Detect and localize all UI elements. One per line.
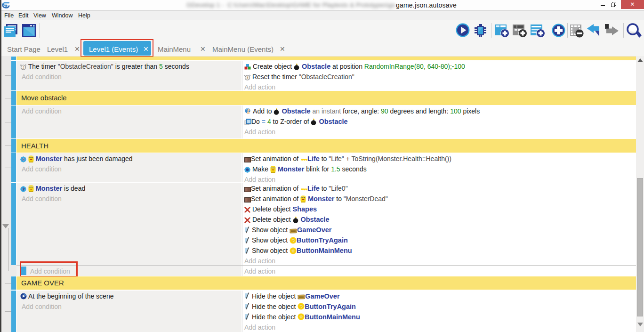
svg-text:G: G — [22, 158, 24, 161]
svg-text:G: G — [22, 187, 24, 191]
